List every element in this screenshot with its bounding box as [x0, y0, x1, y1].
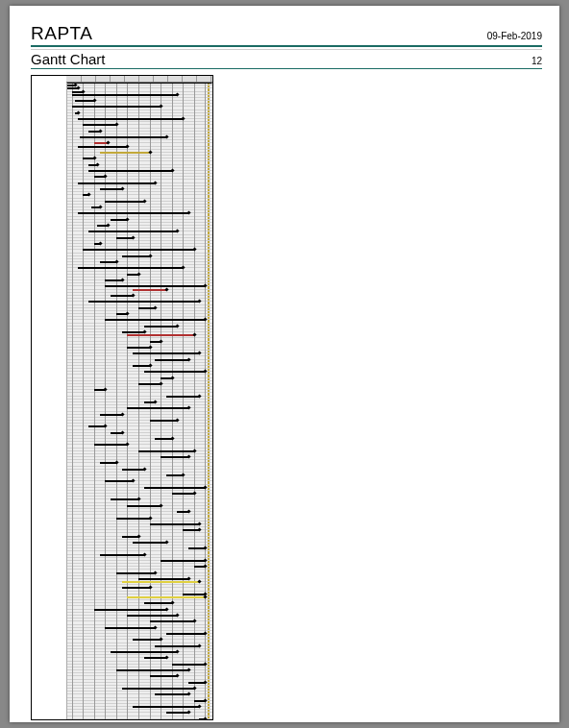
task-label: —	[34, 237, 62, 238]
task-label: —	[34, 462, 62, 463]
gantt-bar	[166, 712, 188, 714]
task-label: —	[34, 347, 62, 348]
gantt-bar	[127, 505, 161, 507]
gantt-bar	[144, 326, 178, 328]
gantt-bar	[144, 602, 172, 604]
gantt-bar	[133, 706, 199, 708]
task-label: —	[34, 383, 62, 384]
gantt-bar	[111, 651, 177, 653]
task-label: —	[34, 267, 62, 268]
gantt-bar	[100, 152, 150, 154]
task-label: —	[34, 209, 62, 210]
gantt-bar	[127, 596, 205, 598]
task-label: —	[34, 466, 62, 467]
task-label: —	[34, 693, 62, 694]
task-label: —	[34, 206, 62, 207]
task-label: —	[34, 709, 62, 710]
timeline-segment	[95, 76, 111, 82]
task-label: —	[34, 87, 62, 88]
gantt-bar	[172, 493, 194, 495]
task-label: —	[34, 514, 62, 515]
task-label: —	[34, 508, 62, 509]
vertical-guide	[72, 76, 73, 719]
task-label: —	[34, 249, 62, 250]
task-label: —	[34, 624, 62, 625]
task-label: —	[34, 106, 62, 107]
task-label: —	[34, 474, 62, 475]
task-label: —	[34, 487, 62, 488]
gantt-bar	[116, 572, 155, 574]
task-label: —	[34, 627, 62, 628]
gantt-bar	[94, 444, 128, 446]
gantt-bar	[161, 456, 188, 458]
gantt-bar	[133, 365, 149, 367]
gantt-bar	[155, 438, 171, 440]
gantt-bar	[111, 295, 133, 297]
task-label: —	[34, 526, 62, 527]
task-label: —	[34, 246, 62, 247]
document-page: RAPTA 09-Feb-2019 Gantt Chart 12 ———————…	[10, 6, 559, 722]
gantt-bar	[88, 231, 177, 232]
task-label: —	[34, 255, 62, 256]
gantt-bar	[133, 352, 199, 354]
task-label: —	[34, 334, 62, 335]
task-label: —	[34, 615, 62, 616]
task-label: —	[34, 188, 62, 189]
gantt-bar	[105, 627, 155, 629]
gantt-bar	[161, 560, 205, 562]
task-label: —	[34, 444, 62, 445]
gantt-bar	[105, 319, 205, 321]
task-label: —	[34, 575, 62, 576]
gantt-bar	[78, 267, 184, 269]
task-label: —	[34, 594, 62, 595]
gantt-bar	[127, 334, 193, 336]
task-label: —	[34, 295, 62, 296]
gantt-bar	[122, 587, 150, 589]
gantt-bar	[78, 146, 128, 148]
task-label: —	[34, 82, 62, 83]
gantt-bar	[150, 523, 200, 525]
gantt-bar	[122, 255, 150, 257]
task-label: —	[34, 432, 62, 433]
task-label: —	[34, 609, 62, 610]
task-label: —	[34, 560, 62, 561]
task-label: —	[34, 401, 62, 402]
task-label: —	[34, 298, 62, 299]
task-label: —	[34, 654, 62, 655]
gantt-bar	[100, 462, 116, 464]
vertical-guide	[138, 76, 139, 719]
task-label: —	[34, 496, 62, 497]
gantt-bar	[150, 620, 194, 622]
gantt-bar	[78, 182, 156, 184]
task-label: —	[34, 691, 62, 692]
task-label: —	[34, 697, 62, 698]
task-label: —	[34, 258, 62, 259]
task-label: —	[34, 240, 62, 241]
task-label: —	[34, 121, 62, 122]
milestone-icon	[148, 516, 152, 520]
task-label: —	[34, 664, 62, 665]
task-label: —	[34, 407, 62, 408]
gantt-bar	[116, 518, 150, 520]
task-label: —	[34, 502, 62, 503]
task-label: —	[34, 109, 62, 110]
task-label: —	[34, 469, 62, 470]
task-label: —	[34, 97, 62, 98]
task-label: —	[34, 425, 62, 426]
task-label: —	[34, 261, 62, 262]
gantt-bar	[100, 414, 122, 416]
task-label: —	[34, 112, 62, 113]
task-label: —	[34, 620, 62, 621]
task-label: —	[34, 498, 62, 499]
task-label: —	[34, 618, 62, 619]
task-label: —	[34, 228, 62, 229]
gantt-bar	[127, 615, 177, 617]
task-label: —	[34, 438, 62, 439]
gantt-bar	[88, 170, 172, 172]
header-row: RAPTA 09-Feb-2019	[31, 23, 542, 47]
task-label: —	[34, 584, 62, 585]
task-label: —	[34, 404, 62, 405]
vertical-guide	[94, 76, 95, 719]
gantt-grid	[66, 76, 212, 719]
task-label: —	[34, 450, 62, 451]
